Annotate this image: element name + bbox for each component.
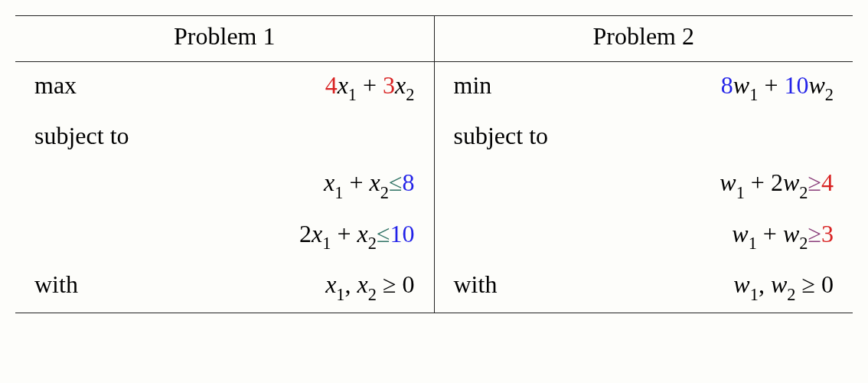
- p1-nn-sep: ,: [345, 270, 357, 298]
- p2-con2-rhs: 3: [821, 220, 834, 247]
- p2-subject-to-cell: subject to: [434, 113, 853, 159]
- p2-con2-cell: w1 + w2≥3: [434, 211, 853, 261]
- p2-with-label: with: [454, 270, 498, 299]
- p2-subject-to-label: subject to: [454, 122, 549, 149]
- p2-con2-var2: w: [783, 220, 799, 247]
- p2-con2-sub2: 2: [799, 234, 808, 253]
- max-label: max: [34, 71, 77, 100]
- p1-nn-rhs: 0: [403, 270, 415, 298]
- p1-obj-sub1: 1: [348, 85, 357, 104]
- p1-with-label: with: [34, 270, 78, 299]
- constraint-2-row: 2x1 + x2≤10 w1 + w2≥3: [15, 211, 853, 261]
- p1-objective-expr: 4x1 + 3x2: [325, 71, 415, 103]
- p2-con1-expr: w1 + 2w2≥4: [720, 169, 834, 201]
- p1-nn-var1: x: [325, 270, 336, 298]
- p2-con2-expr: w1 + w2≥3: [732, 220, 834, 252]
- p2-con2-var1: w: [732, 220, 748, 247]
- lp-comparison-table: Problem 1 Problem 2 max 4x1 + 3x2 min: [15, 15, 853, 313]
- p1-con2-plus: +: [331, 220, 357, 247]
- p1-obj-var2: x: [395, 71, 406, 99]
- problem-1-title: Problem 1: [174, 22, 275, 50]
- p1-obj-sub2: 2: [406, 85, 414, 104]
- p2-obj-var1: w: [733, 71, 749, 99]
- p2-con1-sub1: 1: [736, 183, 745, 202]
- p2-nn-var2: w: [771, 270, 787, 298]
- p1-nonneg-cell: with x1, x2 ≥ 0: [15, 261, 434, 313]
- p1-nn-sub2: 2: [368, 285, 377, 304]
- p1-con2-expr: 2x1 + x2≤10: [299, 220, 414, 252]
- p1-objective-cell: max 4x1 + 3x2: [15, 62, 434, 113]
- p2-nn-sub2: 2: [787, 285, 795, 304]
- p1-obj-plus: +: [357, 71, 383, 99]
- p1-con2-sub2: 2: [368, 234, 377, 253]
- p2-nn-var1: w: [733, 270, 749, 298]
- p1-con2-sub1: 1: [322, 234, 331, 253]
- p1-con1-sub1: 1: [334, 183, 343, 202]
- header-problem-1: Problem 1: [15, 16, 434, 62]
- p2-con1-cell: w1 + 2w2≥4: [434, 159, 853, 210]
- p2-obj-sub2: 2: [825, 85, 834, 104]
- p1-obj-coef2: 3: [383, 71, 395, 99]
- nonnegativity-row: with x1, x2 ≥ 0 with w1, w2 ≥ 0: [15, 261, 853, 313]
- p2-objective-cell: min 8w1 + 10w2: [434, 62, 853, 113]
- objective-row: max 4x1 + 3x2 min 8w1 + 10w2: [15, 62, 853, 113]
- p1-con1-expr: x1 + x2≤8: [324, 169, 414, 201]
- p2-con1-plus: +: [745, 169, 771, 196]
- p2-con1-sub2: 2: [799, 183, 808, 202]
- p2-obj-coef2: 10: [784, 71, 808, 99]
- p2-con2-plus: +: [757, 220, 783, 247]
- p2-con1-var2: w: [783, 169, 799, 196]
- header-problem-2: Problem 2: [434, 16, 853, 62]
- p2-nn-sub1: 1: [750, 285, 759, 304]
- subject-to-row: subject to subject to: [15, 113, 853, 159]
- p1-nn-rel: ≥: [377, 270, 403, 298]
- p2-obj-sub1: 1: [749, 85, 758, 104]
- p2-con2-sub1: 1: [749, 234, 757, 253]
- problem-2-title: Problem 2: [593, 22, 694, 50]
- p2-con1-var1: w: [720, 169, 736, 196]
- p2-nn-rhs: 0: [821, 270, 834, 298]
- header-row: Problem 1 Problem 2: [15, 16, 853, 62]
- p2-obj-plus: +: [758, 71, 784, 99]
- p1-con1-rhs: 8: [403, 169, 415, 196]
- p2-nn-sep: ,: [759, 270, 771, 298]
- p1-obj-coef1: 4: [325, 71, 338, 99]
- p2-nn-rel: ≥: [795, 270, 821, 298]
- p2-objective-expr: 8w1 + 10w2: [721, 71, 834, 103]
- p1-con2-var2: x: [357, 220, 368, 247]
- p1-con1-var2: x: [370, 169, 380, 196]
- p1-subject-to-cell: subject to: [15, 113, 434, 159]
- p1-con1-var1: x: [324, 169, 334, 196]
- p1-con1-sub2: 2: [380, 183, 389, 202]
- p1-nn-sub1: 1: [336, 285, 344, 304]
- p1-con2-rel: ≤: [377, 220, 390, 247]
- p1-nn-var2: x: [357, 270, 368, 298]
- p2-obj-coef1: 8: [721, 71, 733, 99]
- p1-con2-var1: x: [312, 220, 322, 247]
- table: Problem 1 Problem 2 max 4x1 + 3x2 min: [15, 15, 853, 313]
- p1-con1-rel: ≤: [389, 169, 403, 196]
- p1-subject-to-label: subject to: [34, 122, 129, 149]
- constraint-1-row: x1 + x2≤8 w1 + 2w2≥4: [15, 159, 853, 210]
- min-label: min: [454, 71, 492, 100]
- p1-nonneg-expr: x1, x2 ≥ 0: [325, 270, 414, 303]
- p1-con2-coef1: 2: [299, 220, 312, 247]
- p1-con2-cell: 2x1 + x2≤10: [15, 211, 434, 261]
- p2-con1-coef2: 2: [771, 169, 783, 196]
- p2-con1-rhs: 4: [821, 169, 834, 196]
- p2-con1-rel: ≥: [808, 169, 821, 196]
- p1-con2-rhs: 10: [390, 220, 415, 247]
- p2-nonneg-cell: with w1, w2 ≥ 0: [434, 261, 853, 313]
- p2-nonneg-expr: w1, w2 ≥ 0: [733, 270, 834, 303]
- p2-con2-rel: ≥: [808, 220, 821, 247]
- p1-obj-var1: x: [338, 71, 348, 99]
- p1-con1-plus: +: [343, 169, 369, 196]
- p1-con1-cell: x1 + x2≤8: [15, 159, 434, 210]
- p2-obj-var2: w: [808, 71, 824, 99]
